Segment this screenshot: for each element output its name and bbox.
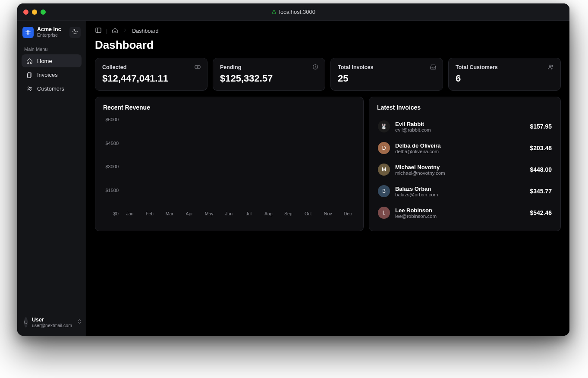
- sidebar-item-label: Invoices: [37, 72, 58, 78]
- breadcrumb-separator: |: [106, 28, 107, 34]
- stat-value: 6: [456, 73, 553, 84]
- revenue-panel-title: Recent Revenue: [103, 104, 355, 111]
- stat-label: Total Customers: [456, 64, 553, 70]
- stat-label: Total Invoices: [338, 64, 436, 70]
- sidebar-nav: HomeInvoicesCustomers: [22, 54, 82, 95]
- invoice-name: Balazs Orban: [395, 186, 525, 192]
- svg-point-10: [552, 65, 553, 66]
- stat-card-total-customers: Total Customers6: [448, 58, 561, 91]
- address-url: localhost:3000: [279, 9, 315, 15]
- invoice-row[interactable]: LLee Robinsonlee@robinson.com$542.46: [377, 203, 553, 222]
- panel-toggle-icon[interactable]: [95, 27, 102, 35]
- invoice-amount: $345.77: [530, 188, 552, 195]
- chart-y-axis: $6000$4500$3000$1500$0: [103, 117, 122, 216]
- invoice-name: Lee Robinson: [395, 207, 525, 214]
- maximize-window-button[interactable]: [41, 9, 46, 15]
- x-tick: Nov: [320, 211, 336, 216]
- invoice-row[interactable]: 🐰Evil Rabbitevil@rabbit.com$157.95: [377, 117, 553, 136]
- x-tick: Sep: [280, 211, 296, 216]
- lock-icon: [271, 9, 277, 15]
- users-icon: [547, 63, 554, 72]
- stat-cards: Collected$12,447,041.11Pending$125,332.5…: [95, 58, 561, 91]
- breadcrumb: | Dashboard: [95, 27, 561, 35]
- banknote-icon: [194, 63, 201, 72]
- sidebar-item-invoices[interactable]: Invoices: [22, 68, 82, 81]
- x-tick: May: [201, 211, 217, 216]
- invoice-email: delba@oliveira.com: [395, 149, 525, 154]
- stat-card-collected: Collected$12,447,041.11: [95, 58, 208, 91]
- x-tick: Dec: [340, 211, 355, 216]
- app-window: localhost:3000 Acme Inc Enterprise Ma: [17, 3, 569, 336]
- chart-bars: [122, 117, 355, 208]
- invoice-name: Michael Novotny: [395, 164, 525, 170]
- invoice-avatar: D: [378, 142, 390, 154]
- invoice-amount: $448.00: [530, 166, 552, 173]
- home-icon[interactable]: [112, 27, 118, 35]
- revenue-chart: $6000$4500$3000$1500$0 JanFebMarAprMayJu…: [103, 117, 355, 216]
- x-tick: Jul: [241, 211, 257, 216]
- user-email: user@nextmail.com: [32, 323, 72, 328]
- invoice-email: balazs@orban.com: [395, 192, 525, 197]
- invoice-row[interactable]: BBalazs Orbanbalazs@orban.com$345.77: [377, 182, 553, 201]
- x-tick: Mar: [162, 211, 177, 216]
- invoice-amount: $203.48: [530, 145, 552, 151]
- invoice-avatar: B: [378, 185, 390, 197]
- breadcrumb-current: Dashboard: [132, 28, 158, 34]
- invoices-icon: [26, 71, 33, 78]
- stat-value: $12,447,041.11: [102, 73, 200, 84]
- stat-card-pending: Pending$125,332.57: [213, 58, 325, 91]
- main-content: | Dashboard Dashboard Collected$12,447,0…: [86, 21, 569, 336]
- x-tick: Jan: [122, 211, 138, 216]
- minimize-window-button[interactable]: [32, 9, 37, 15]
- clock-icon: [312, 63, 319, 72]
- user-name: User: [32, 317, 72, 323]
- invoices-panel: Latest Invoices 🐰Evil Rabbitevil@rabbit.…: [369, 97, 561, 231]
- svg-point-9: [549, 65, 551, 66]
- svg-rect-0: [273, 12, 276, 14]
- x-tick: Jun: [221, 211, 237, 216]
- moon-icon: [72, 28, 78, 36]
- titlebar: localhost:3000: [17, 3, 569, 21]
- svg-rect-5: [96, 28, 101, 33]
- invoice-email: michael@novotny.com: [395, 170, 525, 176]
- x-tick: Feb: [142, 211, 157, 216]
- stat-label: Collected: [102, 64, 200, 70]
- org-switcher[interactable]: Acme Inc Enterprise: [22, 25, 82, 42]
- stat-value: 25: [338, 73, 436, 84]
- theme-toggle-button[interactable]: [69, 27, 81, 38]
- user-menu[interactable]: U User user@nextmail.com: [22, 313, 82, 331]
- customers-icon: [26, 85, 33, 92]
- address-bar[interactable]: localhost:3000: [271, 9, 315, 15]
- invoice-avatar: 🐰: [378, 120, 390, 132]
- invoice-email: evil@rabbit.com: [395, 127, 525, 132]
- invoice-name: Evil Rabbit: [395, 121, 525, 127]
- stat-label: Pending: [220, 64, 318, 70]
- org-name: Acme Inc: [37, 27, 61, 33]
- invoice-name: Delba de Oliveira: [395, 142, 525, 149]
- home-icon: [26, 57, 33, 64]
- invoice-amount: $157.95: [530, 123, 552, 130]
- close-window-button[interactable]: [23, 9, 28, 15]
- invoice-avatar: L: [378, 207, 390, 219]
- sidebar-item-customers[interactable]: Customers: [22, 82, 82, 95]
- invoice-row[interactable]: MMichael Novotnymichael@novotny.com$448.…: [377, 160, 553, 179]
- org-plan: Enterprise: [37, 33, 61, 38]
- sidebar-item-label: Customers: [37, 85, 64, 92]
- svg-rect-6: [195, 66, 200, 69]
- sidebar-item-home[interactable]: Home: [22, 54, 82, 67]
- x-tick: Apr: [182, 211, 197, 216]
- svg-point-4: [30, 87, 31, 88]
- invoices-list: 🐰Evil Rabbitevil@rabbit.com$157.95DDelba…: [377, 117, 553, 222]
- sidebar-section-label: Main Menu: [24, 47, 79, 52]
- invoices-panel-title: Latest Invoices: [377, 104, 553, 111]
- y-tick: $3000: [105, 164, 119, 169]
- org-logo: [22, 27, 34, 38]
- invoice-row[interactable]: DDelba de Oliveiradelba@oliveira.com$203…: [377, 139, 553, 158]
- chart-x-axis: JanFebMarAprMayJunJulAugSepOctNovDec: [122, 211, 355, 216]
- y-tick: $6000: [105, 117, 119, 122]
- user-avatar: U: [24, 317, 28, 328]
- y-tick: $1500: [105, 188, 119, 193]
- window-controls: [23, 9, 46, 15]
- svg-point-7: [197, 66, 198, 68]
- x-tick: Aug: [261, 211, 276, 216]
